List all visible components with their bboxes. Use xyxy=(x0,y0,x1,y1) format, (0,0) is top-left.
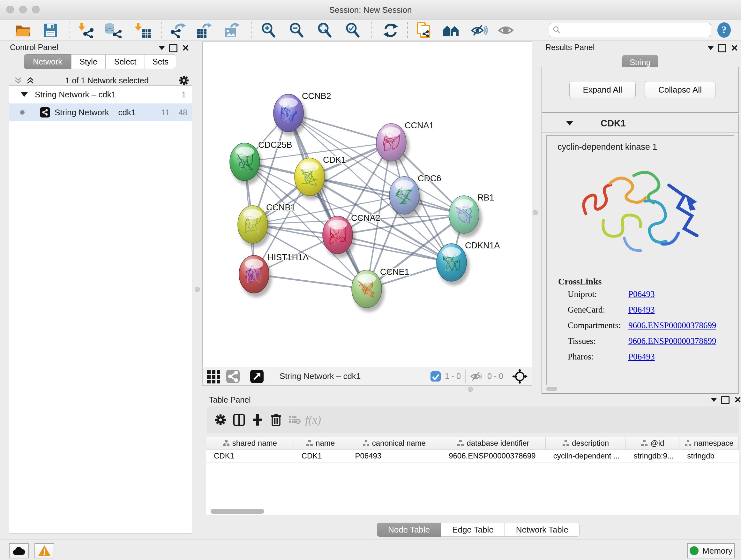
network-node-CDC25B[interactable] xyxy=(230,143,260,181)
network-canvas-panel[interactable]: CCNB2CCNA1CDC25BCDK1CDC6RB1CCNB1CCNA2CDK… xyxy=(202,42,532,367)
crosslink-label: Compartments: xyxy=(568,320,628,330)
export-table-button[interactable] xyxy=(195,22,213,39)
zoom-selected-button[interactable] xyxy=(344,22,362,39)
float-panel-icon[interactable] xyxy=(718,44,726,52)
network-row[interactable]: String Network – cdk1 11 48 xyxy=(9,104,192,121)
selected-checkbox-icon[interactable] xyxy=(430,371,441,382)
grid-view-icon[interactable] xyxy=(206,369,221,384)
column-header[interactable]: namespace xyxy=(679,437,739,449)
import-table-from-file-button[interactable] xyxy=(134,22,152,39)
first-neighbors-button[interactable] xyxy=(442,22,460,39)
column-header[interactable]: canonical name xyxy=(347,437,441,449)
collapse-all-button[interactable]: Collapse All xyxy=(645,81,716,98)
open-session-button[interactable] xyxy=(14,22,32,39)
close-panel-icon[interactable]: ✕ xyxy=(734,397,741,403)
memory-button[interactable]: Memory xyxy=(687,543,735,558)
hide-selected-button[interactable] xyxy=(470,22,488,39)
export-image-button[interactable] xyxy=(223,22,241,39)
crosslink-value[interactable]: 9606.ENSP00000378699 xyxy=(628,320,734,330)
left-splitter-handle[interactable] xyxy=(195,287,200,292)
column-header[interactable]: description xyxy=(546,437,626,449)
crosslink-value[interactable]: P06493 xyxy=(628,289,734,299)
toolbar-separator xyxy=(372,22,372,38)
search-field[interactable] xyxy=(549,23,711,37)
fit-content-button[interactable] xyxy=(316,22,334,39)
import-network-from-file-button[interactable] xyxy=(78,22,96,39)
node-table[interactable]: shared name name canonical name database… xyxy=(206,437,739,515)
warnings-button[interactable] xyxy=(35,543,54,558)
network-node-CCNB2[interactable] xyxy=(273,94,304,132)
tab-network[interactable]: Network xyxy=(24,54,71,69)
crosslink-value[interactable]: P06493 xyxy=(628,305,734,315)
zoom-out-button[interactable] xyxy=(288,22,306,39)
tab-network-table[interactable]: Network Table xyxy=(505,523,580,537)
zoom-in-button[interactable] xyxy=(260,22,278,39)
show-all-button[interactable] xyxy=(497,22,515,39)
entry-header[interactable]: CDK1 xyxy=(542,114,738,132)
close-panel-icon[interactable]: ✕ xyxy=(182,45,189,51)
network-options-gear-icon[interactable] xyxy=(179,75,189,85)
network-node-HIST1H1A[interactable] xyxy=(239,255,269,293)
birdseye-view-icon[interactable] xyxy=(512,369,528,384)
panel-menu-icon[interactable] xyxy=(708,46,714,50)
entry-expander-icon[interactable] xyxy=(566,121,573,125)
control-panel-window-controls: ✕ xyxy=(159,44,189,52)
network-node-CCNE1[interactable] xyxy=(352,270,382,308)
column-header[interactable]: @id xyxy=(626,437,679,449)
panel-menu-icon[interactable] xyxy=(159,46,165,50)
tab-style[interactable]: Style xyxy=(71,54,106,69)
cloud-status-button[interactable] xyxy=(9,543,29,558)
column-header[interactable]: shared name xyxy=(206,437,294,449)
table-horizontal-scrollbar[interactable] xyxy=(211,509,264,514)
import-network-from-database-button[interactable] xyxy=(104,22,122,39)
close-panel-icon[interactable]: ✕ xyxy=(731,45,738,51)
network-collection-row[interactable]: String Network – cdk1 1 xyxy=(9,85,192,104)
right-splitter-handle[interactable] xyxy=(533,210,538,215)
tab-node-table[interactable]: Node Table xyxy=(377,523,441,537)
float-panel-icon[interactable] xyxy=(721,396,730,404)
bottom-splitter-handle[interactable] xyxy=(468,387,473,392)
show-columns-button[interactable] xyxy=(230,411,248,429)
panel-menu-icon[interactable] xyxy=(711,398,717,402)
column-header[interactable]: name xyxy=(294,437,347,449)
export-network-button[interactable] xyxy=(169,22,186,39)
column-header[interactable]: database identifier xyxy=(441,437,546,449)
float-panel-icon[interactable] xyxy=(169,44,178,52)
network-selected-status: 1 of 1 Network selected xyxy=(35,76,179,85)
table-panel-window-controls: ✕ xyxy=(711,396,741,404)
search-input[interactable] xyxy=(561,25,702,35)
expand-all-button[interactable]: Expand All xyxy=(569,81,636,98)
function-builder-button[interactable]: f(x) xyxy=(304,411,322,429)
new-network-from-selection-button[interactable] xyxy=(415,22,433,39)
network-node-CDKN1A[interactable] xyxy=(436,244,467,281)
tab-sets[interactable]: Sets xyxy=(145,54,176,69)
help-button[interactable]: ? xyxy=(716,22,732,39)
detach-view-icon[interactable] xyxy=(250,369,264,384)
results-scrollbar[interactable] xyxy=(546,387,557,391)
table-options-button[interactable] xyxy=(211,411,230,429)
save-session-button[interactable] xyxy=(42,22,59,39)
network-node-CCNA2[interactable] xyxy=(323,216,353,254)
table-row[interactable]: CDK1 CDK1 P06493 9606.ENSP00000378699 cy… xyxy=(206,449,739,462)
title-bar: Session: New Session xyxy=(0,0,741,19)
crosslink-value[interactable]: P06493 xyxy=(628,352,734,362)
tab-edge-table[interactable]: Edge Table xyxy=(441,523,505,537)
delete-column-button[interactable] xyxy=(267,411,285,429)
crosslink-value[interactable]: 9606.ENSP00000378699 xyxy=(628,336,734,346)
delete-table-button[interactable] xyxy=(285,411,304,429)
apply-layout-button[interactable] xyxy=(382,22,400,39)
tab-select[interactable]: Select xyxy=(106,54,145,69)
network-view-icon[interactable] xyxy=(226,369,240,384)
export-image-icon xyxy=(223,22,240,38)
network-node-CCNA1[interactable] xyxy=(376,124,406,161)
network-node-CDK1[interactable] xyxy=(294,158,325,196)
network-node-CDC6[interactable] xyxy=(389,177,419,214)
network-node-RB1[interactable] xyxy=(449,196,479,233)
create-column-button[interactable] xyxy=(248,411,267,429)
network-edge-CCNB2-CCNE1[interactable] xyxy=(288,113,367,289)
collection-expander-icon[interactable] xyxy=(21,92,28,97)
network-node-CCNB1[interactable] xyxy=(238,206,268,243)
collapse-all-icon[interactable] xyxy=(13,76,23,84)
expand-all-icon[interactable] xyxy=(25,76,35,84)
network-canvas[interactable]: CCNB2CCNA1CDC25BCDK1CDC6RB1CCNB1CCNA2CDK… xyxy=(203,42,532,367)
